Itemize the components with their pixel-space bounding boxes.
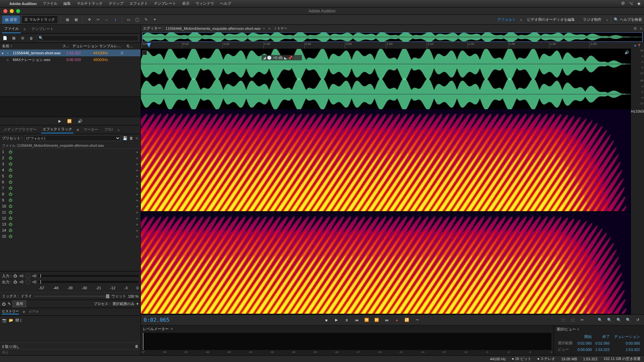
slot-power-icon[interactable]: ⏻ [9,222,13,226]
history-item[interactable]: 📷 📂 開く [2,317,139,323]
slot-arrow-icon[interactable]: ▸ [137,228,139,233]
process-value[interactable]: 選択範囲のみ [112,301,135,306]
slot-arrow-icon[interactable]: ▸ [137,168,139,172]
output-knob[interactable] [25,280,30,284]
slot-arrow-icon[interactable]: ▸ [137,186,139,190]
col-channels[interactable]: モ... [126,44,133,49]
rack-panel-menu-icon[interactable]: ≡ [77,128,79,132]
sel-start-value[interactable]: 0:02.065 [575,340,592,346]
time-ruler[interactable]: hms 0:100:200:300:400:501:001:101:201:30… [141,42,631,49]
slot-power-icon[interactable]: ⏻ [9,180,13,184]
slot-power-icon[interactable]: ⏻ [9,168,13,172]
delete-file-button[interactable]: 🗑 [28,35,34,41]
sel-end-value[interactable]: 0:02.065 [593,340,610,346]
menu-file[interactable]: ファイル [43,1,57,6]
col-name[interactable]: 名前 ↑ [2,44,62,49]
favorite-button[interactable]: ★ [135,136,139,140]
hud-toggle-button[interactable] [142,50,147,55]
tab-video[interactable]: ビデオ [29,309,39,314]
slot-power-icon[interactable]: ⏻ [9,186,13,190]
slot-arrow-icon[interactable]: ▸ [137,210,139,215]
zoom-window-button[interactable] [16,9,20,13]
workspace-video[interactable]: ビデオ用のオーディオを編集 [524,17,578,22]
rack-power-button[interactable]: ⏻ [2,302,6,306]
tab-media-browser[interactable]: メディアブラウザー [2,126,38,133]
spotlight-icon[interactable]: ⦿ [621,1,625,6]
menu-help[interactable]: ヘルプ [220,1,231,6]
menu-template[interactable]: テンプレート [154,1,176,6]
control-center-icon[interactable]: ⌥ [629,1,633,6]
hud-gain-value[interactable]: +0 dB [273,56,283,60]
slot-power-icon[interactable]: ⏻ [9,228,13,232]
file-row[interactable]: ▸ ♫ 11556446_ternoon-short.wav 1:53.322 … [0,50,141,56]
overflow-icon[interactable]: » [117,128,119,132]
workspace-radio[interactable]: ラジオ制作 [580,17,605,22]
menu-effect[interactable]: エフェクト [129,1,148,6]
tab-editor[interactable]: エディター : 11556446_MotionElements_exquisit… [143,26,265,31]
waveform-display[interactable]: ◢ 🕐 +0 dB ◣ 📌 🔊 [141,49,631,109]
workspace-overflow-icon[interactable]: » [606,18,608,22]
rack-slot[interactable]: 11⏻▸ [0,209,141,215]
rack-slot[interactable]: 7⏻▸ [0,185,141,191]
slot-arrow-icon[interactable]: ▸ [137,156,139,160]
siri-icon[interactable]: ◉ [637,1,641,6]
col-status[interactable]: ス... [62,44,72,49]
tab-effects-rack[interactable]: エフェクトラック [41,126,73,133]
apply-button[interactable]: 適用 [13,300,26,307]
rack-slot[interactable]: 4⏻▸ [0,167,141,173]
rack-slot[interactable]: 2⏻▸ [0,155,141,161]
amplitude-scale[interactable]: dB-3-6-9-12dB-3-6-9-12 [631,49,644,109]
workspace-default[interactable]: デフォルト [495,17,519,22]
razor-tool[interactable]: ✂ [94,16,102,23]
record-file-button[interactable]: ⊞ [19,35,25,41]
spectral-display-toggle[interactable]: ▦ [64,16,71,23]
rack-slot[interactable]: 5⏻▸ [0,173,141,179]
tab-history[interactable]: ヒストリー [2,309,19,314]
rack-edit-button[interactable]: ✎ [8,302,11,306]
workspace-menu-icon[interactable]: ≡ [520,18,522,22]
zoom-in-amp-button[interactable]: ⬚ [559,316,567,324]
mix-slider[interactable] [34,296,109,297]
move-tool[interactable]: ✥ [86,16,93,23]
slot-arrow-icon[interactable]: ▸ [137,216,139,221]
menu-clip[interactable]: クリップ [109,1,123,6]
view-end-value[interactable]: 1:53.322 [593,347,610,352]
save-preset-button[interactable]: 💾 [123,136,127,140]
spectral-display[interactable] [141,109,631,314]
close-icon[interactable]: × [263,26,265,31]
marquee-tool[interactable]: ▭ [125,16,132,23]
slot-arrow-icon[interactable]: ▸ [137,180,139,184]
preset-select[interactable]: (デフォルト) [24,135,121,141]
skip-selection-button[interactable]: ⤳ [413,316,421,324]
play-button[interactable]: ▶ [58,119,61,123]
channel-mute-icon[interactable]: 🔊 [625,50,629,55]
zoom-full-button[interactable]: 🔍 [615,316,623,324]
rack-slot[interactable]: 1⏻▸ [0,149,141,155]
history-panel-menu-icon[interactable]: ≡ [23,310,25,314]
minimize-window-button[interactable] [10,9,14,13]
volume-hud[interactable]: ◢ 🕐 +0 dB ◣ 📌 [262,55,302,60]
view-dur-value[interactable]: 1:53.322 [611,347,641,352]
open-file-button[interactable]: 📄 [2,35,8,41]
file-row[interactable]: ♫ MAXナレーション.wav 0:06.920 48000Hz [0,56,141,63]
zoom-in-time-button[interactable]: 🔍 [596,316,604,324]
tab-templates[interactable]: テンプレート [30,25,56,33]
forward-button[interactable]: ⏩ [373,316,380,324]
tab-markers[interactable]: マーカー [82,126,100,133]
stop-button[interactable]: ■ [323,316,330,324]
slot-power-icon[interactable]: ⏻ [9,162,13,166]
vertical-zoom-button[interactable]: ⊕ [634,44,637,47]
snapshot-icon[interactable]: 📷 [2,318,7,322]
rack-slot[interactable]: 9⏻▸ [0,197,141,203]
trash-icon[interactable]: 🗑 [135,344,139,348]
overview-waveform[interactable] [142,32,643,42]
process-dropdown-icon[interactable]: ▾ [137,302,139,306]
zoom-reset-button[interactable]: ✂ [578,316,586,324]
output-power-icon[interactable]: ⏻ [13,280,17,284]
time-selection-tool[interactable]: I [112,16,119,23]
mode-waveform-button[interactable]: ▤ 波形 [2,15,20,24]
rack-slot[interactable]: 13⏻▸ [0,221,141,227]
mode-multitrack-button[interactable]: ☰ マルチトラック [21,15,58,24]
level-meter[interactable] [143,333,551,350]
view-start-value[interactable]: 0:00.000 [575,347,592,352]
